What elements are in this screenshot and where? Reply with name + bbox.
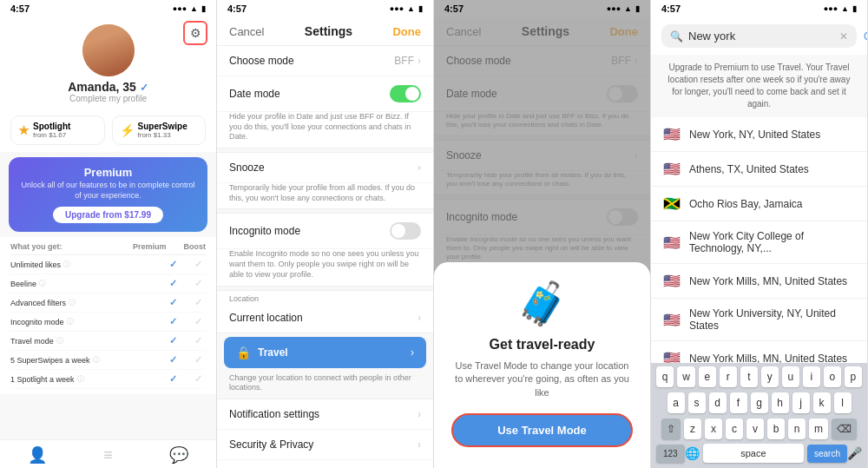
flag-icon-3: 🇯🇲 bbox=[663, 195, 681, 212]
current-location-label: Current location bbox=[229, 312, 303, 324]
phone-screen-2: 4:57 ●●● ▲ ▮ Cancel Settings Done Choose… bbox=[217, 0, 434, 468]
settings-header-2: Cancel Settings Done bbox=[217, 17, 433, 45]
key-n[interactable]: n bbox=[788, 419, 806, 439]
key-r[interactable]: r bbox=[720, 366, 737, 387]
search-cancel-button[interactable]: Cancel bbox=[864, 30, 868, 43]
travel-popup: 🧳 Get travel-ready Use Travel Mode to ch… bbox=[434, 262, 650, 468]
snooze-row[interactable]: Snooze › bbox=[217, 153, 433, 183]
upgrade-button[interactable]: Upgrade from $17.99 bbox=[53, 207, 163, 223]
key-f[interactable]: f bbox=[730, 392, 747, 413]
flag-icon-4: 🇺🇸 bbox=[663, 234, 681, 251]
use-travel-button[interactable]: Use Travel Mode bbox=[451, 413, 633, 447]
key-search[interactable]: search bbox=[807, 445, 847, 463]
info-icon: ⓘ bbox=[63, 260, 70, 269]
key-t[interactable]: t bbox=[740, 366, 758, 387]
key-x[interactable]: x bbox=[705, 419, 722, 439]
gear-button-container: ⚙ bbox=[183, 21, 207, 45]
current-location-value: › bbox=[418, 312, 421, 324]
key-s[interactable]: s bbox=[688, 392, 706, 413]
upgrade-notice: Upgrade to Premium to use Travel. Your T… bbox=[651, 55, 867, 117]
date-mode-label: Date mode bbox=[229, 88, 280, 100]
notification-settings-row[interactable]: Notification settings › bbox=[217, 399, 433, 430]
incognito-row: Incognito mode bbox=[217, 214, 433, 249]
date-mode-toggle[interactable] bbox=[390, 85, 421, 102]
travel-label: Travel bbox=[258, 346, 288, 359]
premium-title: Premium bbox=[19, 166, 197, 179]
key-shift[interactable]: ⇧ bbox=[661, 419, 681, 439]
flag-icon-5: 🇺🇸 bbox=[663, 273, 681, 289]
snooze-value: › bbox=[418, 161, 421, 174]
location-item-3[interactable]: 🇯🇲 Ocho Rios Bay, Jamaica bbox=[651, 187, 867, 221]
nav-menu-icon[interactable]: ≡ bbox=[103, 446, 113, 465]
key-e[interactable]: e bbox=[699, 366, 716, 387]
gear-icon: ⚙ bbox=[190, 26, 201, 40]
notification-chevron-icon: › bbox=[418, 408, 421, 420]
security-privacy-row[interactable]: Security & Privacy › bbox=[217, 430, 433, 460]
incognito-toggle[interactable] bbox=[390, 222, 421, 240]
wifi-icon-4: ▲ bbox=[841, 4, 849, 13]
globe-icon[interactable]: 🌐 bbox=[685, 446, 700, 460]
key-d[interactable]: d bbox=[709, 392, 727, 413]
clear-input-button[interactable]: ✕ bbox=[839, 30, 848, 43]
feature-row-advanced-filters: Advanced filters ⓘ ✓✓ bbox=[10, 293, 206, 313]
key-o[interactable]: o bbox=[824, 366, 841, 387]
key-z[interactable]: z bbox=[684, 419, 701, 439]
nav-chat-icon[interactable]: 💬 bbox=[169, 445, 188, 465]
location-item-2[interactable]: 🇺🇸 Athens, TX, United States bbox=[651, 152, 867, 187]
key-123[interactable]: 123 bbox=[656, 445, 685, 463]
key-space[interactable]: space bbox=[703, 444, 804, 463]
status-icons-4: ●●● ▲ ▮ bbox=[824, 4, 857, 13]
profile-subtitle: Complete my profile bbox=[69, 94, 147, 103]
search-input[interactable] bbox=[688, 30, 834, 43]
settings-cancel-2[interactable]: Cancel bbox=[229, 25, 264, 38]
status-bar-2: 4:57 ●●● ▲ ▮ bbox=[217, 0, 433, 17]
avatar bbox=[82, 24, 135, 76]
security-privacy-label: Security & Privacy bbox=[229, 438, 313, 451]
microphone-icon[interactable]: 🎤 bbox=[847, 446, 862, 460]
current-location-row[interactable]: Current location › bbox=[217, 303, 433, 333]
contact-faq-row[interactable]: Contact & FAQ › bbox=[217, 460, 433, 468]
battery-icon-2: ▮ bbox=[418, 4, 423, 13]
choose-mode-row[interactable]: Choose mode BFF › bbox=[217, 46, 433, 76]
key-q[interactable]: q bbox=[656, 366, 674, 387]
settings-done-2[interactable]: Done bbox=[392, 25, 421, 38]
search-input-wrapper: 🔍 ✕ bbox=[661, 24, 857, 48]
location-section-label: Location bbox=[217, 291, 433, 303]
location-item-6[interactable]: 🇺🇸 New York University, NY, United State… bbox=[651, 299, 867, 341]
key-y[interactable]: y bbox=[761, 366, 779, 387]
travel-row[interactable]: 🔒 Travel › bbox=[224, 337, 426, 368]
gear-button[interactable]: ⚙ bbox=[183, 21, 207, 45]
nav-profile-icon[interactable]: 👤 bbox=[28, 445, 47, 465]
key-w[interactable]: w bbox=[677, 366, 695, 387]
location-item-1[interactable]: 🇺🇸 New York, NY, United States bbox=[651, 117, 867, 152]
key-c[interactable]: c bbox=[726, 419, 743, 439]
feature-row-travel: Travel mode ⓘ ✓✓ bbox=[10, 332, 206, 351]
location-item-4[interactable]: 🇺🇸 New York City College of Technology, … bbox=[651, 221, 867, 264]
key-k[interactable]: k bbox=[813, 392, 831, 413]
phone-screen-1: 4:57 ●●● ▲ ▮ Amanda, 35 ✓ Complete my pr… bbox=[0, 0, 217, 468]
feature-row-beeline: Beeline ⓘ ✓✓ bbox=[10, 274, 206, 293]
features-header: What you get: Premium Boost bbox=[10, 242, 206, 255]
search-bar-container: 🔍 ✕ Cancel bbox=[651, 17, 867, 55]
info-icon-7: ⓘ bbox=[77, 374, 84, 384]
spotlight-button[interactable]: ★ Spotlight from $1.67 bbox=[10, 115, 105, 145]
signal-icon-4: ●●● bbox=[824, 4, 838, 13]
key-backspace[interactable]: ⌫ bbox=[832, 419, 857, 439]
key-m[interactable]: m bbox=[809, 419, 828, 439]
location-item-5[interactable]: 🇺🇸 New York Mills, MN, United States bbox=[651, 264, 867, 299]
key-i[interactable]: i bbox=[803, 366, 820, 387]
keyboard-row-3: ⇧ z x c v b n m ⌫ bbox=[651, 415, 867, 441]
key-j[interactable]: j bbox=[792, 392, 810, 413]
key-b[interactable]: b bbox=[767, 419, 785, 439]
key-a[interactable]: a bbox=[667, 392, 685, 413]
key-h[interactable]: h bbox=[772, 392, 789, 413]
travel-row-left: 🔒 Travel bbox=[236, 346, 288, 359]
key-u[interactable]: u bbox=[782, 366, 799, 387]
superswipe-button[interactable]: ⚡ SuperSwipe from $1.33 bbox=[112, 115, 207, 145]
key-v[interactable]: v bbox=[746, 419, 764, 439]
feature-row-unlimited-likes: Unlimited likes ⓘ ✓✓ bbox=[10, 255, 206, 274]
key-l[interactable]: l bbox=[834, 392, 852, 413]
key-p[interactable]: p bbox=[845, 366, 862, 387]
choose-mode-value: BFF › bbox=[394, 55, 421, 67]
key-g[interactable]: g bbox=[751, 392, 768, 413]
